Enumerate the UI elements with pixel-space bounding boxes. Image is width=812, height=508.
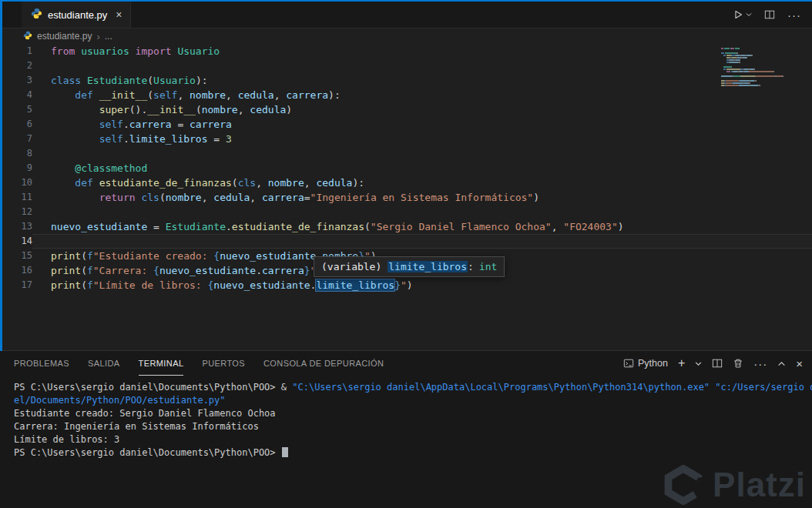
code-token: ( [81,250,87,262]
panel-tab-salida[interactable]: SALIDA [88,351,120,376]
code-token: " [401,279,407,291]
tooltip-kind: (variable) [321,261,381,272]
code-token: ( [147,89,153,101]
code-line-8[interactable]: 8 [0,146,812,161]
code-token: "Carrera: [93,265,153,276]
code-token: nuevo_estudiante [159,265,256,276]
panel-tab-problemas[interactable]: PROBLEMAS [14,351,69,376]
editor-more-actions-button[interactable]: ··· [787,8,801,22]
minimap-segment [725,52,732,54]
split-terminal-button[interactable] [712,358,723,369]
terminal-line: Carrera: Ingeniería en Sistemas Informát… [14,420,812,433]
minimap-segment [773,71,774,72]
terminal-line: PS C:\Users\sergio daniel\Documents\Pyth… [14,381,812,394]
code-line-1[interactable]: 1from usuarios import Usuario [0,44,812,58]
line-number: 2 [0,58,32,73]
code-token: carrera [262,192,304,203]
code-line-6[interactable]: 6 self.carrera = carrera [0,117,812,132]
terminal-more-actions-button[interactable]: ··· [753,357,767,370]
panel-tab-terminal[interactable]: TERMINAL [139,351,184,376]
minimap-segment [726,69,741,70]
minimap-segment [724,48,730,49]
run-python-file-button[interactable] [733,9,752,20]
tab-estudiante-py[interactable]: estudiante.py × [22,2,131,28]
terminal-output[interactable]: PS C:\Users\sergio daniel\Documents\Pyth… [0,376,812,508]
panel-tab-consola-de-depuraci-n[interactable]: CONSOLA DE DEPURACIÓN [263,351,384,376]
code-line-10[interactable]: 10 def estudiante_de_finanzas(cls, nombr… [0,175,812,190]
code-line-5[interactable]: 5 super().__init__(nombre, cedula) [0,102,812,117]
new-terminal-button[interactable]: + [678,357,685,369]
code-token: estudiante_de_finanzas [99,177,232,189]
code-token: , [177,89,190,101]
code-token: cedula [238,89,274,101]
code-line-11[interactable]: 11 return cls(nombre, cedula, carrera="I… [0,190,812,205]
terminal-text: "c:/Users/sergio dani [715,382,812,393]
code-token: cedula [316,177,352,189]
minimap-segment [756,80,757,82]
code-line-7[interactable]: 7 self.limite_libros = 3 [0,132,812,146]
code-token: Estudiante [87,75,147,86]
code-line-3[interactable]: 3class Estudiante(Usuario): [0,73,812,88]
minimap-segment [783,75,783,77]
breadcrumb-ellipsis[interactable]: ... [105,31,112,42]
line-number: 17 [0,278,32,292]
line-number: 6 [0,117,32,132]
minimap[interactable] [716,45,810,87]
code-token: , [256,177,268,189]
terminal-line: Estudiante creado: Sergio Daniel Flamenc… [14,407,812,420]
code-token: "FO24003" [563,221,617,232]
code-token: ( [196,104,202,115]
code-line-17[interactable]: 17print(f"Límite de libros: {nuevo_estud… [0,278,812,292]
code-token: , [226,89,238,101]
terminal-line: PS C:\Users\sergio daniel\Documents\Pyth… [14,446,812,460]
breadcrumb-file[interactable]: estudiante.py [37,31,92,42]
terminal-launch-dropdown-icon[interactable] [695,360,702,367]
code-line-9[interactable]: 9 @classmethod [0,161,812,175]
terminal-text: "C:\Users\sergio daniel\AppData\Local\Pr… [292,382,710,393]
code-token: = [208,133,226,145]
close-panel-icon[interactable]: × [796,357,803,370]
maximize-panel-icon[interactable] [777,359,786,368]
code-token [93,177,99,189]
hover-tooltip: (variable) limite_libros : int [314,256,505,277]
code-token: limite_libros [129,133,208,145]
code-token [51,133,99,145]
code-token: print [51,265,81,276]
terminal-text: Estudiante creado: Sergio Daniel Flamenc… [14,408,276,419]
terminal-shell-select[interactable]: Python [623,358,668,369]
minimap-segment [726,55,732,56]
minimap-segment [726,82,733,84]
minimap-segment [750,82,750,84]
line-number: 9 [0,161,32,175]
code-line-4[interactable]: 4 def __init__(self, nombre, cedula, car… [0,88,812,102]
code-line-2[interactable]: 2 [0,58,812,73]
code-token: ) [286,104,292,115]
line-number: 11 [0,190,32,205]
code-line-13[interactable]: 13nuevo_estudiante = Estudiante.estudian… [0,219,812,234]
breadcrumb[interactable]: estudiante.py › ... [0,28,812,44]
code-token: f [87,265,93,276]
terminal-text: PS C:\Users\sergio daniel\Documents\Pyth… [14,447,281,458]
terminal-text: Límite de libros: 3 [14,434,119,445]
code-line-12[interactable]: 12 [0,205,812,219]
panel-tab-puertos[interactable]: PUERTOS [202,351,245,376]
code-token: ( [364,221,371,232]
code-line-14[interactable]: 14 [0,234,812,249]
code-editor[interactable]: 1from usuarios import Usuario23class Est… [0,44,812,350]
code-token: (). [129,104,147,115]
line-number: 16 [0,263,32,278]
kill-terminal-icon[interactable] [733,358,743,369]
code-token: ( [81,265,87,276]
line-number: 3 [0,73,32,88]
minimap-segment [751,55,753,56]
code-token: , [238,104,250,115]
line-number: 8 [0,146,32,161]
minimap-segment [747,57,747,58]
code-token: ( [159,192,166,203]
split-editor-button[interactable] [764,9,775,20]
code-token: ) [618,221,624,232]
tab-close-icon[interactable]: × [116,8,122,21]
code-token: __init__ [147,104,196,115]
minimap-segment [721,57,726,58]
minimap-segment [740,62,740,63]
